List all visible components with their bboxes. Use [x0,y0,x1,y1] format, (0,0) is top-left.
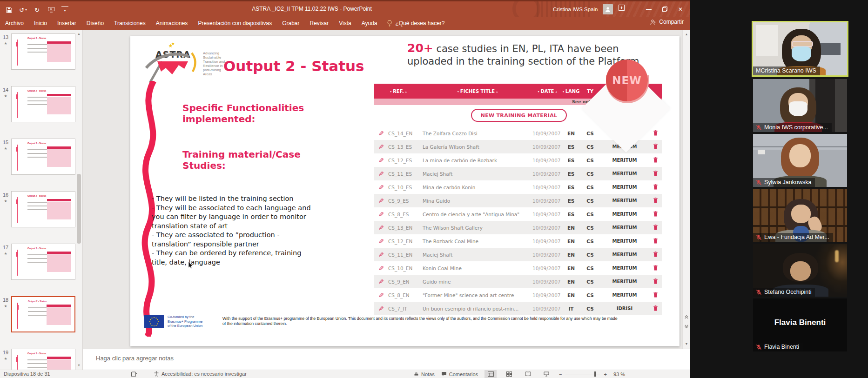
zoom-slider-thumb[interactable] [594,371,596,377]
cell-title: Guido mine [423,279,532,285]
scroll-down-icon[interactable]: ▼ [683,340,690,347]
slide-sorter-view-button[interactable] [503,370,515,378]
slide-thumbnail[interactable]: 19 ★ Output 2 - Status [0,349,76,370]
slide-18[interactable]: ASTRA Advancing Sustainable Transition a… [130,36,680,346]
edit-pencil-icon: ✎ [378,238,384,245]
zoom-slider[interactable] [565,374,600,374]
thumbnail-scrollbar[interactable]: ▲ ▼ [76,30,82,370]
save-icon[interactable] [6,7,13,13]
comments-toggle[interactable]: Comentarios [441,371,478,377]
tab-transiciones[interactable]: Transiciones [109,17,151,30]
tab-presentacion[interactable]: Presentación con diapositivas [193,17,277,30]
cell-lang: EN [562,252,580,258]
edit-pencil-icon: ✎ [378,224,384,232]
account-info[interactable]: Cristina IWS Spain [553,1,613,17]
spellcheck-icon[interactable] [131,371,137,378]
scroll-thumb[interactable] [77,174,81,244]
accessibility-status[interactable]: Accesibilidad: es necesario investigar [154,371,247,377]
tab-revisar[interactable]: Revisar [305,17,334,30]
muted-mic-icon [756,125,762,131]
notes-toggle[interactable]: Notas [414,371,435,377]
cell-title: Konin Coal Mine [423,265,532,271]
col-ref: REF. [393,89,404,94]
redo-icon[interactable]: ↻ [34,7,40,13]
thumbnail-preview[interactable]: Output 2 - Status [11,349,75,370]
slide-number: 18 [3,297,8,303]
thumbnail-preview[interactable]: Output 2 - Status [11,191,75,227]
cell-lang: ES [562,144,580,150]
reading-view-button[interactable] [522,370,534,378]
tell-me-search[interactable]: ¿Qué desea hacer? [382,20,449,27]
delete-trash-icon [653,184,658,190]
powerpoint-window: ↺▾ ↻ ▾ ASTRA _IO2_II TPM 11.02.22 IWS - … [0,0,690,378]
slide-number: 15 [3,139,8,145]
col-title: FICHES TITLE [460,89,495,94]
slide-thumbnail[interactable]: 13 ★ Output 2 - Status [0,33,76,70]
slide-thumbnail[interactable]: 14 ★ Output 2 - Status [0,86,76,123]
thumbnail-preview[interactable]: Output 2 - Status [11,244,75,280]
tab-insertar[interactable]: Insertar [52,17,81,30]
cell-date: 10/09/2007 [532,144,562,150]
headline: 20+ case studies in EN, PL, ITA have bee… [407,42,649,68]
slideshow-view-button[interactable] [540,370,552,378]
customize-quick-access-icon[interactable]: ▾ [61,6,68,14]
close-button[interactable]: ✕ [673,1,688,17]
tab-vista[interactable]: Vista [334,17,356,30]
undo-icon[interactable]: ↺▾ [20,7,27,13]
participant-tile-sylwia[interactable]: Sylwia Jankowska [753,134,847,187]
animation-star-icon: ★ [0,304,11,308]
normal-view-button[interactable] [484,370,497,378]
animation-star-icon: ★ [0,146,11,151]
tab-animaciones[interactable]: Animaciones [151,17,193,30]
tab-archivo[interactable]: Archivo [0,17,29,30]
avatar[interactable] [603,4,613,14]
thumbnail-preview[interactable]: Output 2 - Status [11,86,75,122]
participant-tile-monia[interactable]: Monia IWS corporative... [753,79,847,132]
delete-trash-icon [653,197,658,203]
muted-mic-icon [756,234,762,240]
cell-lang: IT [562,306,580,312]
participant-display-name: Flavia Binenti [753,318,847,327]
slideshow-icon[interactable] [47,7,54,13]
notes-panel[interactable]: Haga clic para agregar notas [83,349,690,370]
ribbon-graphic [15,40,19,66]
participant-tile-ewa[interactable]: Ewa - Fundacja Ad Mer... [753,189,847,242]
slide-thumbnail[interactable]: 18 ★ Output 2 - Status [0,296,76,333]
slide-thumbnail[interactable]: 17 ★ Output 2 - Status [0,244,76,280]
cell-date: 10/09/2007 [532,131,562,136]
table-row: ✎ CS_7_IT Un buon esempio di rilancio po… [374,302,662,315]
slide-scrollbar[interactable]: ▲ ▼ [682,30,690,349]
restore-button[interactable] [657,1,673,17]
slide-thumbnail[interactable]: 16 ★ Output 2 - Status [0,191,76,228]
cell-date: 10/09/2007 [532,225,562,231]
thumbnail-preview[interactable]: Output 2 - Status [11,296,75,332]
share-button[interactable]: Compartir [650,19,684,25]
tab-grabar[interactable]: Grabar [277,17,304,30]
participant-tile-mcristina[interactable]: MCristina Scarano IWS [753,22,847,75]
thumbnail-preview[interactable]: Output 2 - Status [11,139,75,175]
animation-star-icon: ★ [0,252,11,256]
cell-type: CS [580,198,600,204]
cell-lang: ES [562,171,580,177]
scroll-up-icon[interactable]: ▲ [683,31,690,38]
ribbon-graphic [15,92,19,118]
table-row: ✎ CS_14_EN The Zolfara Cozzo Disi 10/09/… [374,126,662,140]
ribbon-display-options-icon[interactable] [618,4,625,13]
slide-thumbnail[interactable]: 15 ★ Output 2 - Status [0,139,76,175]
zoom-in-button[interactable]: + [604,371,606,377]
next-slide-button[interactable] [683,325,690,332]
minimize-button[interactable]: — [641,1,657,17]
mouse-cursor [188,261,194,270]
scroll-down-icon[interactable]: ▼ [76,362,82,369]
zoom-out-button[interactable]: − [559,371,562,377]
tab-inicio[interactable]: Inicio [29,17,52,30]
thumbnail-preview[interactable]: Output 2 - Status [11,33,75,70]
tab-ayuda[interactable]: Ayuda [357,17,383,30]
tab-diseno[interactable]: Diseño [81,17,109,30]
cell-ref: CS_13_ES [388,144,423,150]
previous-slide-button[interactable] [683,314,690,321]
participant-tile-flavia[interactable]: Flavia Binenti Flavia Binenti [753,298,847,351]
scroll-up-icon[interactable]: ▲ [76,31,82,37]
participant-tile-stefano[interactable]: Stefano Occhipinti [753,244,847,297]
table-body: ✎ CS_14_EN The Zolfara Cozzo Disi 10/09/… [374,126,662,315]
